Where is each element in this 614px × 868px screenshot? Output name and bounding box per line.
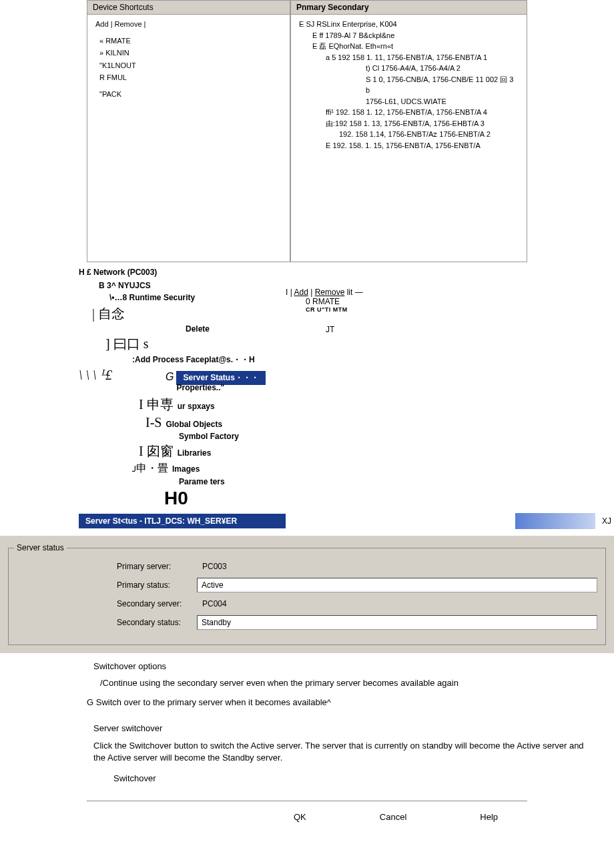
node-symbol-factory[interactable]: Symbol Factory — [179, 432, 239, 441]
node-libraries[interactable]: Libraries — [178, 448, 212, 458]
tree-node-7[interactable]: 192. 158 1.14, 1756-ENBT/Aᴢ 1756-ENBT/A … — [339, 129, 519, 140]
help-button[interactable]: Help — [480, 812, 498, 822]
device-shortcuts-header: Device Shortcuts — [87, 1, 290, 15]
tree-sym-7: ᴊ申・畳 — [132, 462, 168, 476]
shortcut-rmate[interactable]: « RMATE — [99, 35, 282, 47]
primary-status-label: Primary status: — [117, 580, 197, 590]
h0-label: H0 — [164, 488, 280, 509]
shortcut-fmul[interactable]: R FMUL — [99, 72, 282, 83]
shortcuts-actions[interactable]: Add | Remove | — [95, 19, 282, 30]
rmate-item[interactable]: 0 RMATE — [306, 297, 363, 306]
actions-add-remove[interactable]: I I | Add | Remove lit — | Add | Remove … — [286, 288, 363, 297]
switchover-options-header: Switchover options — [93, 661, 594, 671]
tree-sym-5: I-S — [145, 415, 162, 430]
node-images[interactable]: Images — [172, 464, 200, 474]
secondary-status-field — [197, 615, 597, 630]
switchover-option-switch[interactable]: G Switch over to the primary server when… — [87, 697, 594, 707]
ok-button[interactable]: QK — [294, 812, 306, 822]
tree-ethernet[interactable]: E 磊 EQhorNat. Eth«rn«t — [312, 41, 519, 52]
tree-sym-2: ] 曰口 s — [105, 335, 148, 353]
server-switchover-header: Server switchover — [93, 723, 594, 733]
node-global-objects[interactable]: Global Objects — [166, 420, 222, 429]
tree-sym-6: I 囱窗 — [139, 442, 174, 460]
tree-node-5[interactable]: ffi¹ 192. 158 1. 12, 1756-ENBT/A, 1756-E… — [326, 107, 519, 118]
tree-node-2[interactable]: t) Cl 1756-A4/A, 1756-A4/A 2 — [366, 63, 519, 74]
primary-secondary-panel: Pnmary Secondary E SJ RSLinx Enterprise,… — [290, 0, 527, 262]
tree-sym-4: I 申専 — [139, 396, 174, 414]
primary-server-label: Primary server: — [117, 562, 197, 571]
network-header: H £ Network (PC003) — [79, 268, 280, 277]
context-delete[interactable]: Delete — [186, 324, 210, 334]
primary-server-value: PC003 — [197, 562, 227, 571]
node-displays[interactable]: ur spxays — [178, 402, 215, 411]
switchover-option-continue[interactable]: /Continue using the secondary server eve… — [100, 678, 594, 688]
server-status-group-title: Server status — [14, 543, 67, 552]
secondary-server-value: PC004 — [197, 599, 227, 608]
rslinx-root[interactable]: E SJ RSLinx Enterprise, K004 — [299, 19, 519, 30]
device-shortcuts-panel: Device Shortcuts Add | Remove | « RMATE … — [87, 0, 290, 262]
shortcut-pack[interactable]: "PACK — [99, 89, 282, 100]
cancel-button[interactable]: Cancel — [380, 812, 406, 822]
node-parameters[interactable]: Parame ters — [179, 477, 225, 486]
context-add-faceplates[interactable]: :Add Process Faceplat@s.・・H — [132, 354, 255, 366]
shortcut-kilnout[interactable]: "K1LNOUT — [99, 60, 282, 71]
tree-node-3[interactable]: S 1 0, 1756-CNB/A, 1756-CNB/E 11 002 回 3… — [366, 74, 519, 96]
server-switchover-desc: Click the Switchover button to switch th… — [93, 740, 594, 764]
switchover-button[interactable]: Switchover — [113, 773, 594, 783]
nyujcs-node[interactable]: B 3^ NYUJCS — [99, 281, 280, 290]
primary-secondary-header: Pnmary Secondary — [291, 1, 527, 15]
context-properties[interactable]: Properties.." — [176, 383, 224, 392]
tree-node-4[interactable]: 1756-L61, UDCS.WIATE — [366, 96, 519, 107]
tree-sym-g: G — [166, 371, 174, 383]
tree-backplane[interactable]: E ff 1789-Al 7 B&ckpl&ne — [312, 30, 519, 41]
server-status-group: Server status Primary server: PC003 Prim… — [8, 548, 606, 645]
titlebar-gradient — [515, 513, 595, 529]
separator — [87, 801, 527, 801]
secondary-status-label: Secondary status: — [117, 618, 197, 627]
close-icon[interactable]: XJ — [599, 514, 614, 528]
explorer-tree: H £ Network (PC003) B 3^ NYUJCS \•…8 Run… — [0, 268, 280, 509]
tree-node-6[interactable]: 由:192 158 1. 13, 1756-ENBT/A, 1756-EHBT/… — [326, 118, 519, 129]
tree-node-1[interactable]: a 5 192 158 1. 11, 1756-ENBT/A, 1756-ENB… — [326, 52, 519, 63]
tree-sym-1: | 自念 — [92, 305, 125, 323]
tree-sym-3: \ \ \ ᴸ£ — [79, 367, 112, 383]
jt-label: JT — [326, 325, 363, 334]
primary-status-field — [197, 578, 597, 592]
secondary-server-label: Secondary server: — [117, 599, 197, 608]
shortcut-kilnin[interactable]: » KILNIN — [99, 47, 282, 59]
cru-label: CR U"TI MTM — [306, 306, 363, 313]
runtime-security-node[interactable]: \•…8 Runtime Security — [109, 293, 280, 302]
tree-node-8[interactable]: E 192. 158. 1. 15, 1756-ENBT/A, 1756-ENB… — [326, 140, 519, 151]
server-status-titlebar: Server St<tus - ITLJ_DCS: WH_SER¥ER — [79, 514, 286, 528]
